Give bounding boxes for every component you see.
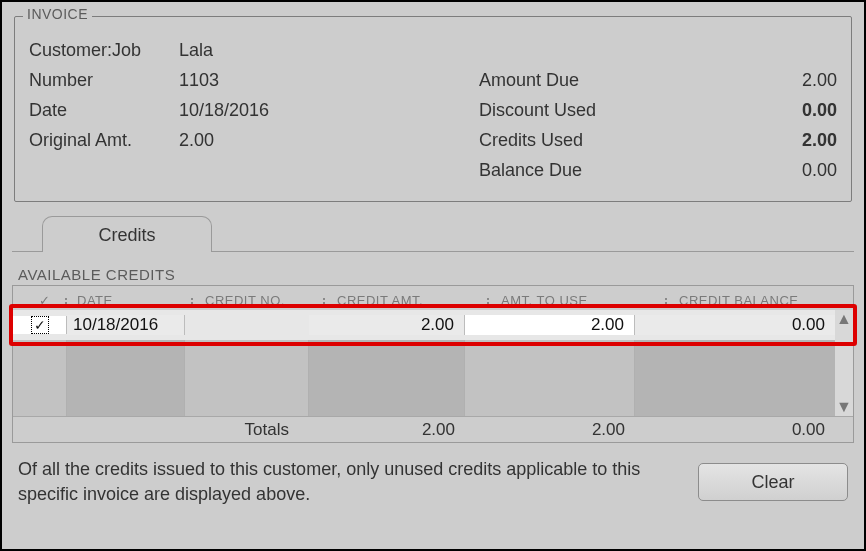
col-header-check[interactable]: ✓ <box>13 293 63 308</box>
value-discount-used: 0.00 <box>679 100 837 121</box>
totals-amt-to-use: 2.00 <box>465 420 635 440</box>
invoice-info-grid: Customer:Job Lala Number 1103 Amount Due… <box>29 35 837 185</box>
value-original-amt: 2.00 <box>179 130 479 151</box>
label-date: Date <box>29 100 179 121</box>
dialog-frame: INVOICE Customer:Job Lala Number 1103 Am… <box>2 2 864 549</box>
empty-rows <box>13 340 835 416</box>
label-customer-job: Customer:Job <box>29 40 179 61</box>
col-header-date[interactable]: DATE <box>71 293 189 308</box>
tab-area: Credits AVAILABLE CREDITS ✓ DATE CREDIT … <box>12 212 854 507</box>
available-credits-title: AVAILABLE CREDITS <box>18 266 854 283</box>
footer-area: Of all the credits issued to this custom… <box>12 457 854 507</box>
value-credits-used: 2.00 <box>679 130 837 151</box>
invoice-groupbox: INVOICE Customer:Job Lala Number 1103 Am… <box>14 16 852 202</box>
value-amount-due: 2.00 <box>679 70 837 91</box>
label-number: Number <box>29 70 179 91</box>
totals-label: Totals <box>185 420 309 440</box>
label-discount-used: Discount Used <box>479 100 679 121</box>
credit-row-use[interactable]: 2.00 <box>465 315 635 335</box>
credit-row-bal: 0.00 <box>635 315 835 335</box>
credit-row-amt: 2.00 <box>309 315 465 335</box>
credits-grid: ✓ DATE CREDIT NO. CREDIT AMT. AMT. TO US… <box>12 285 854 443</box>
tab-mask <box>43 250 211 253</box>
tab-row: Credits <box>12 212 854 252</box>
col-header-credit-amt[interactable]: CREDIT AMT. <box>329 293 485 308</box>
empty-row <box>13 340 835 370</box>
credit-row-checkbox-cell[interactable]: ✓ <box>13 316 67 334</box>
label-balance-due: Balance Due <box>479 160 679 181</box>
credit-row[interactable]: ✓ 10/18/2016 2.00 2.00 0.00 <box>13 310 835 340</box>
clear-button[interactable]: Clear <box>698 463 848 501</box>
value-date: 10/18/2016 <box>179 100 479 121</box>
col-header-credit-balance[interactable]: CREDIT BALANCE <box>671 293 853 308</box>
credit-row-date: 10/18/2016 <box>67 315 185 335</box>
totals-row: Totals 2.00 2.00 0.00 <box>13 416 853 442</box>
scroll-up-icon[interactable]: ▲ <box>835 310 853 328</box>
grid-body: ✓ 10/18/2016 2.00 2.00 0.00 <box>13 310 853 416</box>
grid-header-row: ✓ DATE CREDIT NO. CREDIT AMT. AMT. TO US… <box>13 286 853 310</box>
empty-row <box>13 400 835 416</box>
footer-help-text: Of all the credits issued to this custom… <box>18 457 698 507</box>
scroll-down-icon[interactable]: ▼ <box>835 398 853 416</box>
grid-scrollbar[interactable]: ▲ ▼ <box>835 310 853 416</box>
tab-credits[interactable]: Credits <box>42 216 212 252</box>
col-header-amt-to-use[interactable]: AMT. TO USE <box>493 293 663 308</box>
label-amount-due: Amount Due <box>479 70 679 91</box>
invoice-group-title: INVOICE <box>23 6 92 22</box>
empty-row <box>13 370 835 400</box>
totals-credit-amt: 2.00 <box>309 420 465 440</box>
label-credits-used: Credits Used <box>479 130 679 151</box>
value-balance-due: 0.00 <box>679 160 837 181</box>
totals-credit-balance: 0.00 <box>635 420 835 440</box>
col-header-credit-no[interactable]: CREDIT NO. <box>197 293 321 308</box>
value-customer-job: Lala <box>179 40 479 61</box>
label-original-amt: Original Amt. <box>29 130 179 151</box>
check-icon[interactable]: ✓ <box>31 316 49 334</box>
value-number: 1103 <box>179 70 479 91</box>
